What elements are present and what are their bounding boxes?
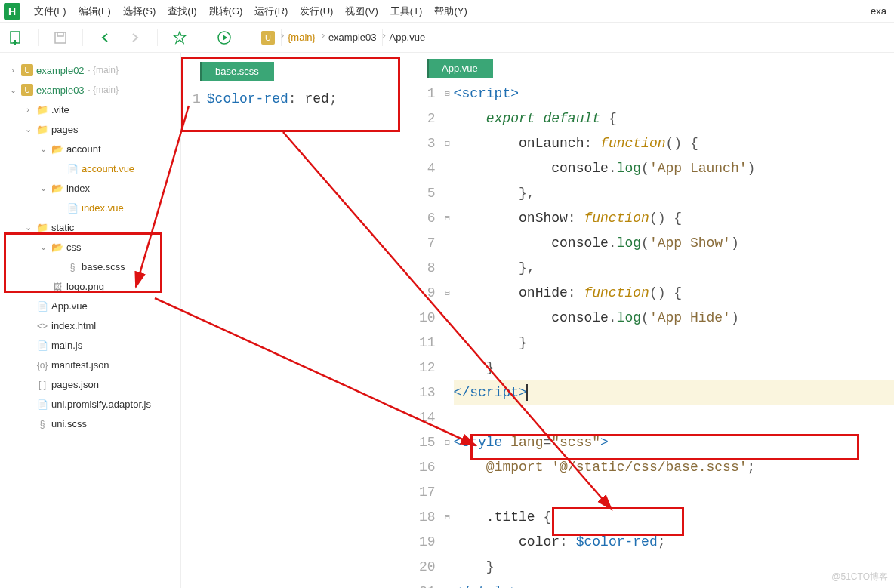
tree-item[interactable]: ›📁.vite — [0, 100, 180, 119]
app-logo: H — [4, 3, 20, 20]
back-icon[interactable] — [97, 29, 113, 46]
tree-item[interactable]: §base.scss — [0, 257, 180, 276]
tree-item[interactable]: ⌄📂css — [0, 237, 180, 257]
main-area: ›Uexample02- {main}⌄Uexample03- {main}›📁… — [0, 53, 894, 588]
tree-item[interactable]: ›Uexample02- {main} — [0, 60, 180, 80]
tree-item[interactable]: [ ]pages.json — [0, 374, 180, 394]
tree-item[interactable]: 📄App.vue — [0, 296, 180, 316]
code-editor-left[interactable]: 1 $color-red: red; — [181, 87, 408, 112]
tree-item[interactable]: 📄uni.promisify.adaptor.js — [0, 394, 180, 414]
top-menu: H 文件(F)编辑(E)选择(S)查找(I)跳转(G)运行(R)发行(U)视图(… — [0, 0, 894, 23]
tree-item[interactable]: ⌄📂index — [0, 178, 180, 198]
run-icon[interactable] — [216, 29, 233, 46]
new-file-icon[interactable] — [8, 29, 24, 46]
tree-item[interactable]: ⌄📂account — [0, 139, 180, 159]
menu-item[interactable]: 选择(S) — [117, 2, 162, 21]
tree-item[interactable]: <>index.html — [0, 316, 180, 335]
toolbar: U › {main} › example03 › App.vue — [0, 23, 894, 53]
menu-item[interactable]: 视图(V) — [339, 2, 384, 21]
menu-item[interactable]: 跳转(G) — [203, 2, 249, 21]
tree-item[interactable]: ⌄📁pages — [0, 119, 180, 139]
breadcrumb-item[interactable]: {main} — [288, 32, 316, 43]
tree-item[interactable]: 📄account.vue — [0, 159, 180, 178]
menu-item[interactable]: 文件(F) — [28, 2, 72, 21]
file-explorer[interactable]: ›Uexample02- {main}⌄Uexample03- {main}›📁… — [0, 53, 181, 588]
editor-tab[interactable]: App.vue — [427, 59, 493, 78]
menu-item[interactable]: 发行(U) — [294, 2, 339, 21]
star-icon[interactable] — [171, 29, 188, 46]
menu-item[interactable]: 查找(I) — [162, 2, 202, 21]
tree-item[interactable]: ⌄📁static — [0, 217, 180, 237]
project-icon: U — [261, 31, 275, 45]
code-editor-right[interactable]: 123456789101112131415161718192021 ⊟⊟⊟⊟⊟⊟… — [408, 82, 894, 588]
tree-item[interactable]: §uni.scss — [0, 414, 180, 433]
tree-item[interactable]: ⌄Uexample03- {main} — [0, 80, 180, 100]
editor-area: base.scss 1 $color-red: red; App.vue 123… — [181, 53, 894, 588]
breadcrumb: U › {main} › example03 › App.vue — [261, 29, 425, 46]
forward-icon[interactable] — [127, 29, 143, 46]
tree-item[interactable]: 🖼logo.png — [0, 276, 180, 296]
window-title-fragment: exa — [871, 5, 890, 17]
save-icon[interactable] — [52, 29, 69, 46]
breadcrumb-item[interactable]: App.vue — [389, 32, 425, 43]
editor-pane-right: App.vue 12345678910111213141516171819202… — [408, 53, 894, 588]
breadcrumb-item[interactable]: example03 — [328, 32, 377, 43]
tree-item[interactable]: 📄main.js — [0, 335, 180, 355]
watermark: @51CTO博客 — [831, 571, 888, 583]
menu-item[interactable]: 编辑(E) — [72, 2, 117, 21]
menu-item[interactable]: 工具(T) — [384, 2, 429, 21]
menu-item[interactable]: 帮助(Y) — [428, 2, 473, 21]
tree-item[interactable]: {o}manifest.json — [0, 355, 180, 374]
editor-pane-left: base.scss 1 $color-red: red; — [181, 53, 408, 588]
editor-tab[interactable]: base.scss — [200, 62, 274, 81]
svg-rect-4 — [57, 32, 63, 36]
menu-item[interactable]: 运行(R) — [248, 2, 294, 21]
svg-rect-3 — [55, 32, 66, 43]
tree-item[interactable]: 📄index.vue — [0, 198, 180, 217]
